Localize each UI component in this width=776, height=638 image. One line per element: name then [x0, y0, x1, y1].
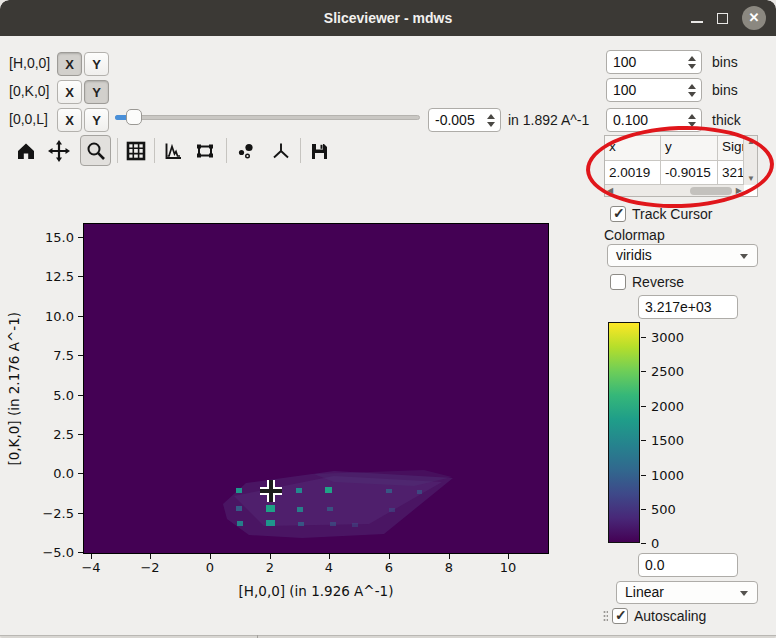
x-tick-label: 6	[367, 560, 411, 575]
zoom-icon	[85, 140, 107, 162]
reverse-checkbox[interactable]	[610, 274, 626, 290]
toolbar-separator	[226, 138, 227, 163]
colorbar-tick	[641, 475, 646, 476]
scroll-left-icon[interactable]: ◀	[607, 187, 613, 195]
dim-h00-y-button[interactable]: Y	[84, 52, 109, 76]
reverse-label: Reverse	[632, 274, 684, 290]
chevron-down-icon	[740, 254, 748, 259]
colorbar-min-field[interactable]	[638, 553, 738, 577]
scroll-down-icon[interactable]: ▼	[747, 175, 755, 183]
peak-pixel	[237, 521, 243, 526]
x-tick-label: −4	[69, 560, 113, 575]
colorbar-tick-label: 1000	[651, 468, 684, 483]
table-vertical-scrollbar[interactable]: ▲ ▼	[743, 136, 757, 185]
x-tick-label: 0	[188, 560, 232, 575]
toolbar-separator	[117, 138, 118, 163]
dim-h00-x-button[interactable]: X	[57, 52, 82, 76]
slice-slider[interactable]	[115, 115, 420, 120]
y-tick-label: −2.5	[26, 506, 74, 521]
x-tick-label: −2	[128, 560, 172, 575]
plot-canvas[interactable]	[83, 223, 549, 554]
peak-pixel	[352, 523, 358, 527]
colorbar	[608, 322, 640, 543]
slice-slider-handle[interactable]	[126, 109, 142, 125]
peak-pixel	[297, 507, 303, 512]
peak-pixel	[236, 488, 242, 493]
y-tick	[78, 434, 83, 435]
peak-pixel	[236, 506, 242, 511]
thickness-label: thick	[712, 112, 741, 128]
y-tick-label: 7.5	[26, 348, 74, 363]
bins2-spin-arrows[interactable]	[684, 78, 700, 102]
cursor-info-table: x y Sign 2.0019 -0.9015 321 ▲ ▼ ◀ ▶	[604, 135, 758, 197]
colorbar-tick	[641, 440, 646, 441]
minimize-icon[interactable]	[691, 21, 703, 23]
table-row: 2.0019 -0.9015 321	[605, 161, 744, 185]
x-tick-label: 4	[307, 560, 351, 575]
peak-pixel	[266, 520, 275, 526]
peaks-overlay-button[interactable]	[230, 135, 261, 166]
scale-select[interactable]: Linear	[616, 581, 758, 604]
crosshair-cursor-icon	[257, 477, 285, 509]
colorbar-tick-label: 3000	[651, 330, 684, 345]
scroll-up-icon[interactable]: ▲	[747, 138, 755, 146]
peak-pixel	[330, 522, 336, 526]
y-tick	[78, 513, 83, 514]
save-button[interactable]	[303, 135, 334, 166]
colorbar-max-field[interactable]	[638, 295, 738, 319]
bins1-spin-arrows[interactable]	[684, 50, 700, 74]
track-cursor-checkbox[interactable]	[610, 206, 626, 222]
y-tick-label: 5.0	[26, 388, 74, 403]
pan-button[interactable]	[43, 135, 74, 166]
thickness-spin-arrows[interactable]	[684, 108, 700, 132]
x-tick	[150, 554, 151, 559]
titlebar[interactable]: Sliceviewer - mdws ✕	[0, 0, 776, 36]
splitter-handle[interactable]	[603, 610, 608, 623]
y-tick-label: −5.0	[26, 545, 74, 560]
save-icon	[308, 140, 330, 162]
slice-value-spin-arrows[interactable]	[483, 108, 499, 132]
table-horizontal-scrollbar[interactable]: ◀ ▶	[605, 184, 744, 196]
x-tick	[508, 554, 509, 559]
dim-0k0-x-button[interactable]: X	[57, 80, 82, 104]
roi-button[interactable]	[189, 135, 220, 166]
maximize-icon[interactable]	[717, 13, 728, 24]
dim-00l-x-button[interactable]: X	[57, 108, 82, 132]
dim-00l-y-button[interactable]: Y	[84, 108, 109, 132]
colorbar-tick	[641, 371, 646, 372]
colorbar-tick-label: 2000	[651, 399, 684, 414]
x-tick-label: 8	[427, 560, 471, 575]
x-tick	[389, 554, 390, 559]
peak-pixel	[327, 507, 333, 511]
grid-toggle-button[interactable]	[120, 135, 151, 166]
cursor-x-value: 2.0019	[605, 161, 661, 185]
dim-0k0-y-button[interactable]: Y	[84, 80, 109, 104]
x-tick-label: 2	[248, 560, 292, 575]
region-of-interest-icon	[194, 140, 216, 162]
y-tick	[78, 276, 83, 277]
nonorthogonal-axes-icon	[270, 140, 292, 162]
sliceviewer-window: Sliceviewer - mdws ✕ [H,0,0] X Y [0,K,0]…	[0, 0, 776, 638]
scrollbar-thumb[interactable]	[690, 187, 732, 195]
y-tick-label: 2.5	[26, 427, 74, 442]
y-tick-label: 15.0	[26, 230, 74, 245]
peak-pixel	[386, 489, 392, 493]
autoscaling-label: Autoscaling	[634, 608, 706, 624]
y-tick	[78, 473, 83, 474]
close-icon[interactable]: ✕	[742, 6, 766, 30]
colormap-select[interactable]: viridis	[607, 244, 758, 267]
main-content: [H,0,0] X Y [0,K,0] X Y [0,0,L] X Y in 1…	[0, 36, 776, 638]
bins1-label: bins	[712, 54, 738, 70]
colorbar-tick	[641, 509, 646, 510]
peak-pixel	[325, 487, 332, 493]
home-button[interactable]	[10, 135, 41, 166]
zoom-button[interactable]	[80, 135, 111, 166]
colorbar-tick-label: 1500	[651, 433, 684, 448]
y-axis-title: [0,K,0] (in 2.176 A^-1)	[4, 223, 24, 554]
x-tick	[329, 554, 330, 559]
nonorthogonal-axes-button[interactable]	[265, 135, 296, 166]
autoscaling-checkbox[interactable]	[612, 608, 628, 624]
scroll-right-icon[interactable]: ▶	[736, 187, 742, 195]
toolbar-separator	[300, 138, 301, 163]
line-profiles-button[interactable]	[157, 135, 188, 166]
